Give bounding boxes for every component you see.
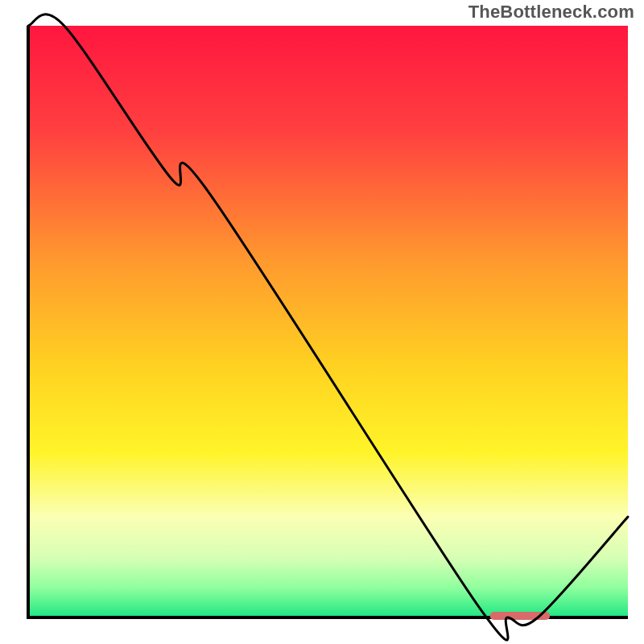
plot-background bbox=[28, 26, 628, 617]
attribution-text: TheBottleneck.com bbox=[469, 2, 634, 23]
bottleneck-chart bbox=[0, 0, 644, 644]
chart-container: TheBottleneck.com bbox=[0, 0, 644, 644]
